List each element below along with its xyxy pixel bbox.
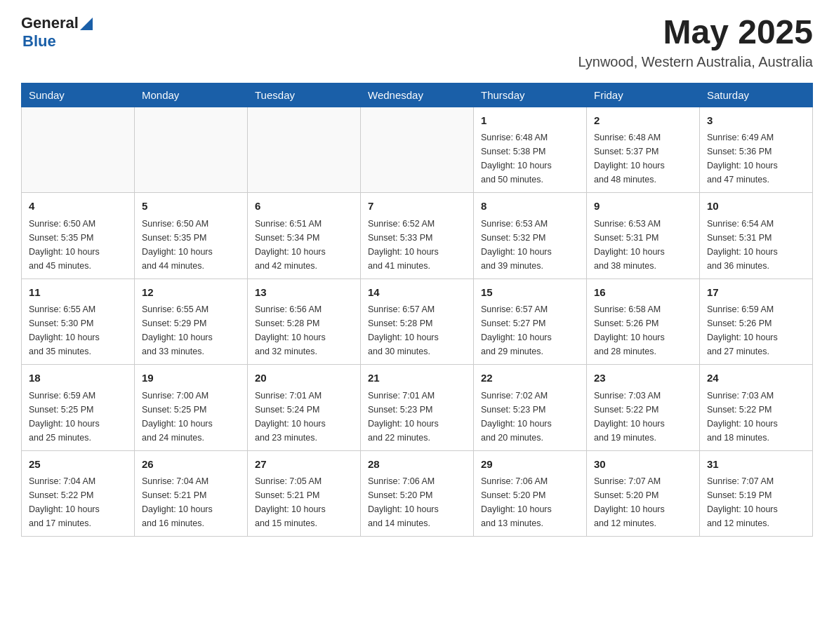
calendar-day-cell: 1Sunrise: 6:48 AM Sunset: 5:38 PM Daylig… [474,107,587,193]
calendar-day-cell [248,107,361,193]
calendar-header-row: SundayMondayTuesdayWednesdayThursdayFrid… [22,83,813,107]
calendar-day-cell: 4Sunrise: 6:50 AM Sunset: 5:35 PM Daylig… [22,193,135,279]
day-number: 11 [29,285,127,301]
calendar-day-cell: 5Sunrise: 6:50 AM Sunset: 5:35 PM Daylig… [135,193,248,279]
logo-blue: Blue [22,32,93,51]
calendar-day-cell: 12Sunrise: 6:55 AM Sunset: 5:29 PM Dayli… [135,279,248,365]
day-number: 3 [707,113,805,129]
logo-general: General [21,14,79,32]
day-number: 27 [255,457,353,473]
day-number: 14 [368,285,466,301]
calendar-day-header: Sunday [22,83,135,107]
day-number: 12 [142,285,240,301]
day-info: Sunrise: 7:04 AM Sunset: 5:22 PM Dayligh… [29,474,127,530]
day-number: 23 [594,370,692,387]
calendar-day-cell: 26Sunrise: 7:04 AM Sunset: 5:21 PM Dayli… [135,450,248,537]
day-number: 2 [594,113,692,129]
day-number: 17 [707,285,805,301]
day-info: Sunrise: 7:01 AM Sunset: 5:24 PM Dayligh… [255,389,353,445]
day-number: 15 [481,285,579,301]
day-info: Sunrise: 6:57 AM Sunset: 5:27 PM Dayligh… [481,302,579,358]
day-info: Sunrise: 6:55 AM Sunset: 5:30 PM Dayligh… [29,302,127,358]
day-info: Sunrise: 7:02 AM Sunset: 5:23 PM Dayligh… [481,389,579,445]
day-info: Sunrise: 6:50 AM Sunset: 5:35 PM Dayligh… [142,217,240,273]
day-number: 28 [368,457,466,473]
day-info: Sunrise: 7:03 AM Sunset: 5:22 PM Dayligh… [707,389,805,445]
calendar-day-header: Thursday [474,83,587,107]
day-info: Sunrise: 7:00 AM Sunset: 5:25 PM Dayligh… [142,389,240,445]
logo-triangle-icon [80,15,93,30]
calendar-day-cell: 24Sunrise: 7:03 AM Sunset: 5:22 PM Dayli… [700,365,813,451]
logo: General Blue [21,14,93,51]
calendar-day-header: Friday [587,83,700,107]
day-info: Sunrise: 7:03 AM Sunset: 5:22 PM Dayligh… [594,389,692,445]
calendar-day-cell: 8Sunrise: 6:53 AM Sunset: 5:32 PM Daylig… [474,193,587,279]
calendar-day-header: Saturday [700,83,813,107]
calendar-day-cell: 28Sunrise: 7:06 AM Sunset: 5:20 PM Dayli… [361,450,474,537]
day-info: Sunrise: 6:55 AM Sunset: 5:29 PM Dayligh… [142,302,240,358]
calendar-day-cell: 9Sunrise: 6:53 AM Sunset: 5:31 PM Daylig… [587,193,700,279]
calendar-day-cell: 13Sunrise: 6:56 AM Sunset: 5:28 PM Dayli… [248,279,361,365]
day-number: 22 [481,370,579,387]
month-year-title: May 2025 [578,14,813,51]
day-number: 24 [707,370,805,387]
day-info: Sunrise: 6:59 AM Sunset: 5:25 PM Dayligh… [29,389,127,445]
calendar-week-row: 4Sunrise: 6:50 AM Sunset: 5:35 PM Daylig… [22,193,813,279]
day-number: 26 [142,457,240,473]
day-info: Sunrise: 6:50 AM Sunset: 5:35 PM Dayligh… [29,217,127,273]
day-info: Sunrise: 6:59 AM Sunset: 5:26 PM Dayligh… [707,302,805,358]
day-info: Sunrise: 6:53 AM Sunset: 5:32 PM Dayligh… [481,217,579,273]
day-info: Sunrise: 7:06 AM Sunset: 5:20 PM Dayligh… [368,474,466,530]
day-info: Sunrise: 6:58 AM Sunset: 5:26 PM Dayligh… [594,302,692,358]
calendar-day-header: Tuesday [248,83,361,107]
day-info: Sunrise: 6:57 AM Sunset: 5:28 PM Dayligh… [368,302,466,358]
calendar-week-row: 11Sunrise: 6:55 AM Sunset: 5:30 PM Dayli… [22,279,813,365]
location-subtitle: Lynwood, Western Australia, Australia [578,54,813,70]
day-info: Sunrise: 7:05 AM Sunset: 5:21 PM Dayligh… [255,474,353,530]
calendar-day-cell: 20Sunrise: 7:01 AM Sunset: 5:24 PM Dayli… [248,365,361,451]
calendar-day-header: Monday [135,83,248,107]
calendar-day-cell: 27Sunrise: 7:05 AM Sunset: 5:21 PM Dayli… [248,450,361,537]
calendar-day-cell: 7Sunrise: 6:52 AM Sunset: 5:33 PM Daylig… [361,193,474,279]
day-number: 18 [29,370,127,387]
day-info: Sunrise: 7:04 AM Sunset: 5:21 PM Dayligh… [142,474,240,530]
day-number: 20 [255,370,353,387]
day-number: 4 [29,199,127,215]
page-header: General Blue May 2025 Lynwood, Western A… [21,14,813,70]
calendar-day-cell: 3Sunrise: 6:49 AM Sunset: 5:36 PM Daylig… [700,107,813,193]
day-info: Sunrise: 6:53 AM Sunset: 5:31 PM Dayligh… [594,217,692,273]
day-number: 13 [255,285,353,301]
day-info: Sunrise: 6:54 AM Sunset: 5:31 PM Dayligh… [707,217,805,273]
day-number: 5 [142,199,240,215]
day-info: Sunrise: 6:56 AM Sunset: 5:28 PM Dayligh… [255,302,353,358]
day-info: Sunrise: 6:48 AM Sunset: 5:38 PM Dayligh… [481,130,579,187]
calendar-day-cell: 16Sunrise: 6:58 AM Sunset: 5:26 PM Dayli… [587,279,700,365]
calendar-week-row: 25Sunrise: 7:04 AM Sunset: 5:22 PM Dayli… [22,450,813,537]
day-number: 1 [481,113,579,129]
calendar-day-cell: 31Sunrise: 7:07 AM Sunset: 5:19 PM Dayli… [700,450,813,537]
day-number: 10 [707,199,805,215]
calendar-day-cell: 25Sunrise: 7:04 AM Sunset: 5:22 PM Dayli… [22,450,135,537]
day-info: Sunrise: 6:51 AM Sunset: 5:34 PM Dayligh… [255,217,353,273]
day-number: 6 [255,199,353,215]
day-number: 29 [481,457,579,473]
calendar-day-cell [22,107,135,193]
calendar-week-row: 1Sunrise: 6:48 AM Sunset: 5:38 PM Daylig… [22,107,813,193]
calendar-day-cell: 21Sunrise: 7:01 AM Sunset: 5:23 PM Dayli… [361,365,474,451]
day-number: 19 [142,370,240,387]
day-number: 7 [368,199,466,215]
calendar-day-cell: 6Sunrise: 6:51 AM Sunset: 5:34 PM Daylig… [248,193,361,279]
day-number: 9 [594,199,692,215]
calendar-day-cell: 22Sunrise: 7:02 AM Sunset: 5:23 PM Dayli… [474,365,587,451]
day-number: 8 [481,199,579,215]
calendar-day-cell: 18Sunrise: 6:59 AM Sunset: 5:25 PM Dayli… [22,365,135,451]
calendar-day-cell: 15Sunrise: 6:57 AM Sunset: 5:27 PM Dayli… [474,279,587,365]
day-info: Sunrise: 6:48 AM Sunset: 5:37 PM Dayligh… [594,130,692,187]
calendar-day-cell: 29Sunrise: 7:06 AM Sunset: 5:20 PM Dayli… [474,450,587,537]
day-number: 16 [594,285,692,301]
calendar-day-cell [135,107,248,193]
day-number: 25 [29,457,127,473]
day-number: 30 [594,457,692,473]
title-block: May 2025 Lynwood, Western Australia, Aus… [578,14,813,70]
calendar-day-cell: 30Sunrise: 7:07 AM Sunset: 5:20 PM Dayli… [587,450,700,537]
